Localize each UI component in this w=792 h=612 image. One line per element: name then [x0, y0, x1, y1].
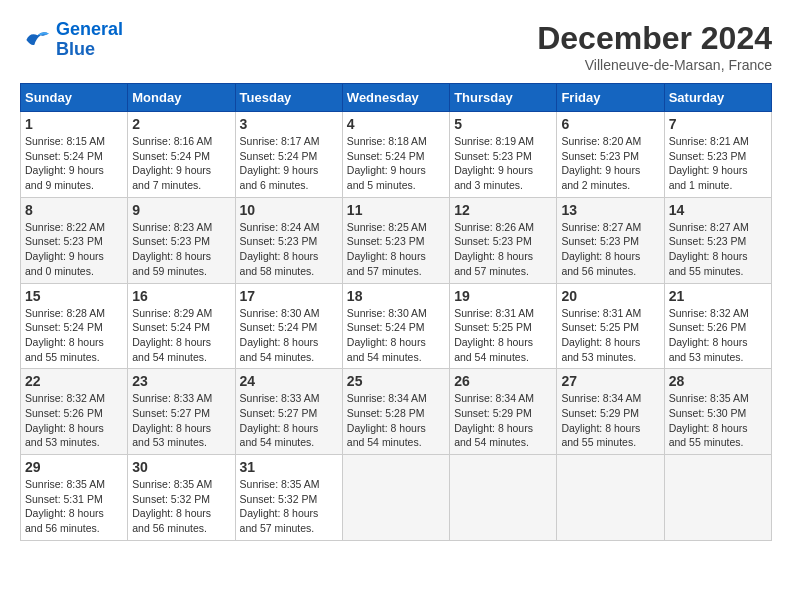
- calendar-week-2: 8Sunrise: 8:22 AM Sunset: 5:23 PM Daylig…: [21, 197, 772, 283]
- day-info: Sunrise: 8:26 AM Sunset: 5:23 PM Dayligh…: [454, 220, 552, 279]
- calendar-cell: 30Sunrise: 8:35 AM Sunset: 5:32 PM Dayli…: [128, 455, 235, 541]
- day-info: Sunrise: 8:27 AM Sunset: 5:23 PM Dayligh…: [561, 220, 659, 279]
- day-info: Sunrise: 8:34 AM Sunset: 5:28 PM Dayligh…: [347, 391, 445, 450]
- day-info: Sunrise: 8:17 AM Sunset: 5:24 PM Dayligh…: [240, 134, 338, 193]
- header-sunday: Sunday: [21, 84, 128, 112]
- calendar-cell: 4Sunrise: 8:18 AM Sunset: 5:24 PM Daylig…: [342, 112, 449, 198]
- calendar-cell: 27Sunrise: 8:34 AM Sunset: 5:29 PM Dayli…: [557, 369, 664, 455]
- calendar-cell: 17Sunrise: 8:30 AM Sunset: 5:24 PM Dayli…: [235, 283, 342, 369]
- day-info: Sunrise: 8:29 AM Sunset: 5:24 PM Dayligh…: [132, 306, 230, 365]
- calendar-cell: 14Sunrise: 8:27 AM Sunset: 5:23 PM Dayli…: [664, 197, 771, 283]
- calendar-cell: 13Sunrise: 8:27 AM Sunset: 5:23 PM Dayli…: [557, 197, 664, 283]
- day-info: Sunrise: 8:33 AM Sunset: 5:27 PM Dayligh…: [240, 391, 338, 450]
- day-number: 27: [561, 373, 659, 389]
- day-number: 29: [25, 459, 123, 475]
- day-number: 1: [25, 116, 123, 132]
- day-info: Sunrise: 8:35 AM Sunset: 5:32 PM Dayligh…: [240, 477, 338, 536]
- day-info: Sunrise: 8:31 AM Sunset: 5:25 PM Dayligh…: [454, 306, 552, 365]
- calendar-week-5: 29Sunrise: 8:35 AM Sunset: 5:31 PM Dayli…: [21, 455, 772, 541]
- calendar-cell: 6Sunrise: 8:20 AM Sunset: 5:23 PM Daylig…: [557, 112, 664, 198]
- day-number: 19: [454, 288, 552, 304]
- day-number: 11: [347, 202, 445, 218]
- day-number: 15: [25, 288, 123, 304]
- day-number: 7: [669, 116, 767, 132]
- day-number: 18: [347, 288, 445, 304]
- day-number: 23: [132, 373, 230, 389]
- day-info: Sunrise: 8:33 AM Sunset: 5:27 PM Dayligh…: [132, 391, 230, 450]
- header-monday: Monday: [128, 84, 235, 112]
- calendar-cell: 7Sunrise: 8:21 AM Sunset: 5:23 PM Daylig…: [664, 112, 771, 198]
- title-section: December 2024 Villeneuve-de-Marsan, Fran…: [537, 20, 772, 73]
- calendar-cell: 10Sunrise: 8:24 AM Sunset: 5:23 PM Dayli…: [235, 197, 342, 283]
- day-number: 25: [347, 373, 445, 389]
- month-title: December 2024: [537, 20, 772, 57]
- calendar-cell: 21Sunrise: 8:32 AM Sunset: 5:26 PM Dayli…: [664, 283, 771, 369]
- day-info: Sunrise: 8:28 AM Sunset: 5:24 PM Dayligh…: [25, 306, 123, 365]
- day-number: 24: [240, 373, 338, 389]
- calendar-cell: 11Sunrise: 8:25 AM Sunset: 5:23 PM Dayli…: [342, 197, 449, 283]
- day-info: Sunrise: 8:35 AM Sunset: 5:30 PM Dayligh…: [669, 391, 767, 450]
- logo-text: General Blue: [56, 20, 123, 60]
- calendar-cell: 1Sunrise: 8:15 AM Sunset: 5:24 PM Daylig…: [21, 112, 128, 198]
- day-number: 21: [669, 288, 767, 304]
- day-number: 22: [25, 373, 123, 389]
- calendar-body: 1Sunrise: 8:15 AM Sunset: 5:24 PM Daylig…: [21, 112, 772, 541]
- calendar-cell: 19Sunrise: 8:31 AM Sunset: 5:25 PM Dayli…: [450, 283, 557, 369]
- calendar-cell: 3Sunrise: 8:17 AM Sunset: 5:24 PM Daylig…: [235, 112, 342, 198]
- day-number: 9: [132, 202, 230, 218]
- day-number: 8: [25, 202, 123, 218]
- day-number: 14: [669, 202, 767, 218]
- header-friday: Friday: [557, 84, 664, 112]
- day-info: Sunrise: 8:30 AM Sunset: 5:24 PM Dayligh…: [347, 306, 445, 365]
- day-info: Sunrise: 8:21 AM Sunset: 5:23 PM Dayligh…: [669, 134, 767, 193]
- day-info: Sunrise: 8:31 AM Sunset: 5:25 PM Dayligh…: [561, 306, 659, 365]
- day-info: Sunrise: 8:32 AM Sunset: 5:26 PM Dayligh…: [669, 306, 767, 365]
- calendar-table: SundayMondayTuesdayWednesdayThursdayFrid…: [20, 83, 772, 541]
- day-info: Sunrise: 8:16 AM Sunset: 5:24 PM Dayligh…: [132, 134, 230, 193]
- calendar-cell: 28Sunrise: 8:35 AM Sunset: 5:30 PM Dayli…: [664, 369, 771, 455]
- calendar-cell: [450, 455, 557, 541]
- day-info: Sunrise: 8:30 AM Sunset: 5:24 PM Dayligh…: [240, 306, 338, 365]
- header-thursday: Thursday: [450, 84, 557, 112]
- day-info: Sunrise: 8:34 AM Sunset: 5:29 PM Dayligh…: [454, 391, 552, 450]
- day-info: Sunrise: 8:24 AM Sunset: 5:23 PM Dayligh…: [240, 220, 338, 279]
- day-number: 12: [454, 202, 552, 218]
- day-info: Sunrise: 8:20 AM Sunset: 5:23 PM Dayligh…: [561, 134, 659, 193]
- header-tuesday: Tuesday: [235, 84, 342, 112]
- calendar-week-4: 22Sunrise: 8:32 AM Sunset: 5:26 PM Dayli…: [21, 369, 772, 455]
- calendar-cell: 8Sunrise: 8:22 AM Sunset: 5:23 PM Daylig…: [21, 197, 128, 283]
- calendar-cell: [342, 455, 449, 541]
- calendar-cell: [557, 455, 664, 541]
- header-saturday: Saturday: [664, 84, 771, 112]
- logo-icon: [20, 24, 52, 56]
- calendar-header-row: SundayMondayTuesdayWednesdayThursdayFrid…: [21, 84, 772, 112]
- day-number: 31: [240, 459, 338, 475]
- day-info: Sunrise: 8:23 AM Sunset: 5:23 PM Dayligh…: [132, 220, 230, 279]
- day-info: Sunrise: 8:35 AM Sunset: 5:32 PM Dayligh…: [132, 477, 230, 536]
- logo-line1: General: [56, 19, 123, 39]
- day-info: Sunrise: 8:25 AM Sunset: 5:23 PM Dayligh…: [347, 220, 445, 279]
- calendar-cell: 5Sunrise: 8:19 AM Sunset: 5:23 PM Daylig…: [450, 112, 557, 198]
- calendar-cell: 18Sunrise: 8:30 AM Sunset: 5:24 PM Dayli…: [342, 283, 449, 369]
- page-header: General Blue December 2024 Villeneuve-de…: [20, 20, 772, 73]
- day-info: Sunrise: 8:22 AM Sunset: 5:23 PM Dayligh…: [25, 220, 123, 279]
- calendar-cell: 22Sunrise: 8:32 AM Sunset: 5:26 PM Dayli…: [21, 369, 128, 455]
- day-number: 3: [240, 116, 338, 132]
- calendar-week-3: 15Sunrise: 8:28 AM Sunset: 5:24 PM Dayli…: [21, 283, 772, 369]
- calendar-cell: 9Sunrise: 8:23 AM Sunset: 5:23 PM Daylig…: [128, 197, 235, 283]
- day-info: Sunrise: 8:35 AM Sunset: 5:31 PM Dayligh…: [25, 477, 123, 536]
- day-number: 10: [240, 202, 338, 218]
- calendar-cell: 31Sunrise: 8:35 AM Sunset: 5:32 PM Dayli…: [235, 455, 342, 541]
- day-number: 2: [132, 116, 230, 132]
- location-subtitle: Villeneuve-de-Marsan, France: [537, 57, 772, 73]
- calendar-cell: 29Sunrise: 8:35 AM Sunset: 5:31 PM Dayli…: [21, 455, 128, 541]
- calendar-cell: 15Sunrise: 8:28 AM Sunset: 5:24 PM Dayli…: [21, 283, 128, 369]
- day-number: 30: [132, 459, 230, 475]
- logo: General Blue: [20, 20, 123, 60]
- calendar-cell: 26Sunrise: 8:34 AM Sunset: 5:29 PM Dayli…: [450, 369, 557, 455]
- day-info: Sunrise: 8:15 AM Sunset: 5:24 PM Dayligh…: [25, 134, 123, 193]
- day-info: Sunrise: 8:18 AM Sunset: 5:24 PM Dayligh…: [347, 134, 445, 193]
- day-number: 20: [561, 288, 659, 304]
- logo-line2: Blue: [56, 40, 123, 60]
- calendar-cell: 12Sunrise: 8:26 AM Sunset: 5:23 PM Dayli…: [450, 197, 557, 283]
